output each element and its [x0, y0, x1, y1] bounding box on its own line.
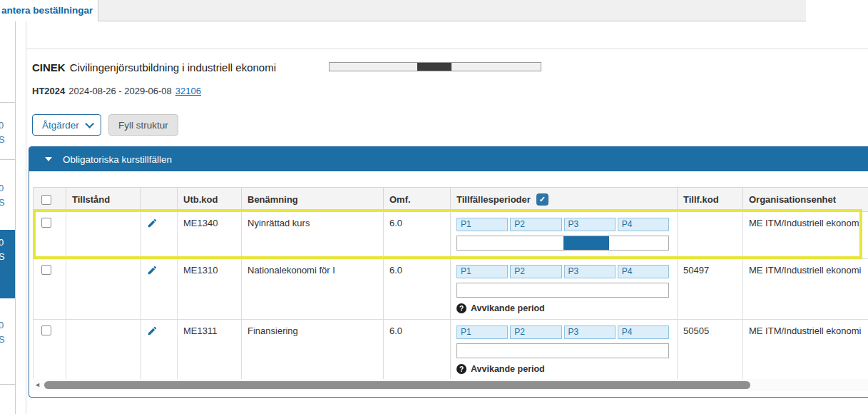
period-box-p4[interactable]: P4 — [618, 218, 669, 231]
period-box-p3[interactable]: P3 — [564, 218, 616, 231]
deviating-period-row: ? Avvikande period — [456, 303, 669, 313]
help-question-icon[interactable]: ? — [456, 303, 466, 313]
period-box-p4[interactable]: P4 — [618, 265, 669, 278]
org-cell: ME ITM/Industriell ekonomi — [743, 259, 868, 320]
sidebar-item-clipped[interactable]: 0S — [0, 167, 15, 224]
period-box-p4[interactable]: P4 — [618, 325, 669, 339]
tillfkod-cell: 50505 — [678, 320, 743, 380]
table-row: ME1340 Nyinrättad kurs 6.0 P1 P2 P3 P4 — [34, 212, 868, 259]
benamning-cell: Nationalekonomi för I — [242, 259, 384, 320]
timeline-scrollbar[interactable] — [329, 62, 541, 71]
period-box-p2[interactable]: P2 — [510, 218, 561, 231]
tillstand-cell — [66, 259, 141, 320]
periods-widget: P1 P2 P3 P4 ? Avvikande period — [456, 265, 669, 313]
fill-structure-label: Fyll struktur — [118, 120, 168, 131]
benamning-cell: Nyinrättad kurs — [242, 212, 384, 259]
page-title: CINEKCivilingenjörsutbildning i industri… — [32, 61, 276, 74]
period-box-p1[interactable]: P1 — [456, 218, 508, 231]
program-meta: HT20242024-08-26 - 2029-06-0832106 — [32, 86, 201, 96]
tab-bar — [98, 0, 806, 21]
col-tillstand: Tillstånd — [66, 188, 141, 212]
periods-widget: P1 P2 P3 P4 ? Avvikande period — [456, 325, 669, 374]
mandatory-courses-panel: Obligatoriska kurstillfällen Tillstånd U… — [29, 146, 868, 398]
tillstand-cell — [66, 320, 141, 380]
utbkod-cell: ME1310 — [178, 259, 242, 320]
tillfkod-cell — [678, 212, 743, 259]
row-checkbox[interactable] — [41, 265, 51, 275]
omf-cell: 6.0 — [384, 212, 451, 259]
checked-toggle-icon[interactable]: ✓ — [536, 193, 548, 206]
deviating-period-label: Avvikande period — [471, 303, 545, 313]
period-box-p3[interactable]: P3 — [564, 265, 616, 278]
term-label: HT2024 — [32, 86, 65, 96]
sidebar-item-clipped[interactable]: 0 — [0, 400, 15, 414]
content-border — [26, 21, 26, 414]
sidebar-border — [15, 21, 16, 414]
actions-button-label: Åtgärder — [42, 120, 79, 131]
periods-widget: P1 P2 P3 P4 — [456, 218, 669, 251]
col-tillfallesperioder: Tillfällesperioder — [456, 194, 531, 205]
deviating-period-row: ? Avvikande period — [456, 364, 669, 374]
scroll-left-arrow-icon[interactable]: ◄ — [34, 381, 41, 388]
period-box-p1[interactable]: P1 — [456, 265, 508, 278]
deviating-period-label: Avvikande period — [471, 364, 545, 374]
chevron-down-icon — [85, 119, 94, 128]
col-organisationsenhet: Organisationsenhet — [743, 188, 868, 212]
horizontal-scrollbar-thumb[interactable] — [44, 381, 750, 389]
tillstand-cell — [66, 212, 141, 259]
edit-pencil-icon[interactable] — [147, 218, 158, 231]
row-checkbox[interactable] — [41, 218, 51, 228]
benamning-cell: Finansiering — [242, 320, 384, 380]
caret-down-icon — [45, 157, 52, 161]
select-all-checkbox[interactable] — [41, 195, 51, 205]
utbkod-cell: ME1311 — [178, 320, 242, 380]
table-row: ME1310 Nationalekonomi för I 6.0 P1 P2 P… — [34, 259, 868, 320]
header-divider — [26, 49, 868, 49]
period-box-p2[interactable]: P2 — [510, 325, 561, 339]
period-bar — [456, 236, 669, 251]
table-row: ME1311 Finansiering 6.0 P1 P2 P3 P4 — [34, 320, 868, 380]
omf-cell: 6.0 — [384, 259, 451, 320]
edit-pencil-icon[interactable] — [147, 325, 158, 338]
org-cell: ME ITM/Industriell ekonomi — [743, 212, 868, 259]
period-bar — [456, 283, 669, 298]
period-box-p1[interactable]: P1 — [456, 325, 508, 339]
program-code: CINEK — [32, 61, 66, 74]
sidebar-item-selected[interactable]: 0S — [0, 230, 15, 298]
edit-pencil-icon[interactable] — [147, 265, 158, 278]
period-box-p2[interactable]: P2 — [510, 265, 561, 278]
period-box-p3[interactable]: P3 — [564, 325, 616, 339]
date-range: 2024-08-26 - 2029-06-08 — [68, 86, 172, 96]
program-name: Civilingenjörsutbildning i industriell e… — [70, 61, 276, 74]
period-bar-segment-p3 — [563, 236, 609, 250]
course-occasions-table: Tillstånd Utb.kod Benämning Omf. Tillfäl… — [33, 187, 868, 380]
sidebar-divider — [0, 384, 15, 385]
horizontal-scrollbar[interactable]: ◄ — [33, 379, 868, 391]
timeline-scrollbar-thumb[interactable] — [417, 63, 451, 71]
tab-manage-orders[interactable]: antera beställningar — [0, 0, 98, 21]
program-instance-link[interactable]: 32106 — [175, 86, 201, 96]
table-header-row: Tillstånd Utb.kod Benämning Omf. Tillfäl… — [34, 188, 868, 212]
period-bar — [456, 343, 669, 358]
org-cell: ME ITM/Industriell ekonomi — [743, 320, 868, 380]
actions-button[interactable]: Åtgärder — [32, 114, 101, 136]
omf-cell: 6.0 — [384, 320, 451, 380]
col-benamning: Benämning — [242, 188, 384, 212]
col-edit — [141, 188, 178, 212]
col-tillfkod: Tillf.kod — [678, 188, 743, 212]
sidebar-item-clipped[interactable]: 0S — [0, 304, 15, 361]
sidebar-item-clipped[interactable]: 0S — [0, 104, 15, 161]
section-title: Obligatoriska kurstillfällen — [63, 154, 172, 165]
tillfkod-cell: 50497 — [678, 259, 743, 320]
utbkod-cell: ME1340 — [178, 212, 242, 259]
col-utbkod: Utb.kod — [178, 188, 242, 212]
section-header[interactable]: Obligatoriska kurstillfällen — [29, 147, 868, 171]
sidebar-divider — [0, 102, 15, 103]
fill-structure-button[interactable]: Fyll struktur — [108, 114, 178, 136]
row-checkbox[interactable] — [41, 325, 51, 335]
screen: antera beställningar 0S 0S 0S 0S 0 CINEK… — [0, 0, 868, 414]
col-omf: Omf. — [384, 188, 451, 212]
help-question-icon[interactable]: ? — [456, 364, 466, 374]
